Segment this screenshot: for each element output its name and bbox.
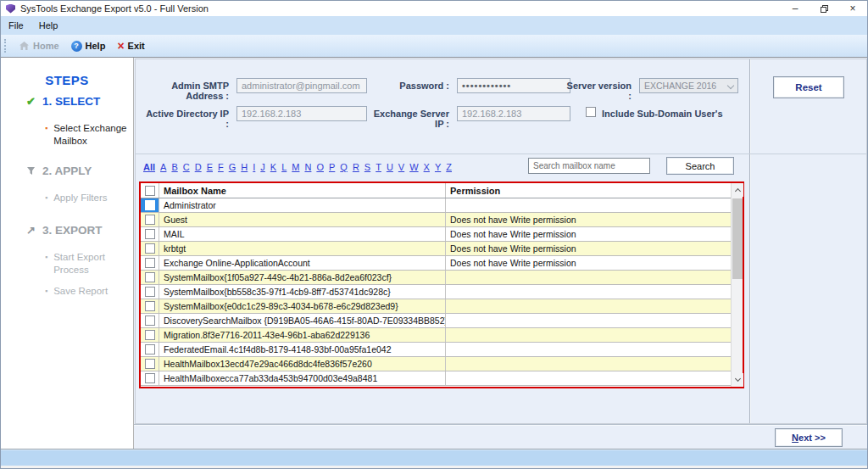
table-row[interactable]: krbtgtDoes not have Write permission (141, 242, 743, 256)
alphabet-link-all[interactable]: All (143, 162, 155, 172)
row-checkbox[interactable] (145, 344, 155, 355)
row-checkbox[interactable] (145, 373, 155, 383)
scroll-down-button[interactable] (732, 373, 743, 387)
mailbox-name-cell[interactable]: HealthMailboxecca77ab33da453b94700d03e49… (159, 371, 446, 385)
select-all-checkbox[interactable] (145, 186, 155, 196)
row-checkbox[interactable] (145, 200, 155, 210)
scroll-up-button[interactable] (732, 183, 743, 197)
alphabet-link-j[interactable]: J (260, 162, 265, 172)
table-row[interactable]: HealthMailbox13ecd47e29ac466d8dc4fe836f5… (141, 357, 743, 371)
permission-cell (446, 357, 731, 371)
export-arrow-icon: ↗ (26, 224, 36, 237)
mailbox-name-cell[interactable]: Exchange Online-ApplicationAccount (159, 256, 446, 270)
server-version-label: Server version : (566, 81, 632, 101)
subdomain-checkbox[interactable] (586, 107, 596, 117)
row-checkbox[interactable] (145, 301, 155, 311)
permission-header[interactable]: Permission (446, 183, 731, 198)
table-row[interactable]: SystemMailbox{1f05a927-449c-4b21-886a-8d… (141, 271, 743, 285)
table-scrollbar[interactable] (731, 183, 743, 387)
scrollbar-thumb[interactable] (732, 198, 743, 279)
sidebar-item-apply[interactable]: 2. APPLY (26, 165, 92, 177)
row-checkbox[interactable] (145, 315, 155, 326)
row-checkbox[interactable] (145, 229, 155, 239)
search-input[interactable] (528, 158, 650, 174)
mailbox-name-cell[interactable]: Migration.8f3e7716-2011-43e4-96b1-aba62d… (159, 328, 446, 342)
alphabet-link-k[interactable]: K (270, 162, 276, 172)
alphabet-link-o[interactable]: O (316, 162, 324, 172)
alphabet-link-h[interactable]: H (241, 162, 248, 172)
alphabet-link-c[interactable]: C (183, 162, 190, 172)
table-row[interactable]: DiscoverySearchMailbox {D919BA05-46A6-41… (141, 314, 743, 328)
table-row[interactable]: MAILDoes not have Write permission (141, 227, 743, 242)
mailbox-name-cell[interactable]: MAIL (159, 227, 446, 241)
alphabet-link-n[interactable]: N (304, 162, 311, 172)
alphabet-link-r[interactable]: R (353, 162, 359, 172)
reset-button[interactable]: Reset (773, 76, 844, 98)
alphabet-link-g[interactable]: G (229, 162, 236, 172)
row-checkbox[interactable] (145, 215, 155, 225)
alphabet-link-q[interactable]: Q (340, 162, 348, 172)
mailbox-name-cell[interactable]: SystemMailbox{bb558c35-97f1-4cb9-8ff7-d5… (159, 285, 446, 299)
alphabet-link-i[interactable]: I (253, 162, 255, 172)
alphabet-link-f[interactable]: F (218, 162, 224, 172)
sidebar-item-export[interactable]: ↗ 3. EXPORT (26, 224, 102, 237)
sidebar-item-select[interactable]: ✔ 1. SELECT (26, 95, 100, 108)
alphabet-link-p[interactable]: P (329, 162, 335, 172)
alphabet-link-m[interactable]: M (292, 162, 299, 172)
alphabet-link-b[interactable]: B (171, 162, 177, 172)
alphabet-link-y[interactable]: Y (435, 162, 441, 172)
table-row[interactable]: HealthMailboxecca77ab33da453b94700d03e49… (141, 371, 743, 386)
home-button[interactable]: Home (19, 41, 59, 51)
mailbox-name-cell[interactable]: HealthMailbox13ecd47e29ac466d8dc4fe836f5… (159, 357, 446, 371)
exit-button[interactable]: × Exit (117, 41, 144, 51)
mailbox-name-cell[interactable]: Guest (159, 213, 446, 226)
alphabet-link-v[interactable]: V (398, 162, 404, 172)
table-row[interactable]: SystemMailbox{e0dc1c29-89c3-4034-b678-e6… (141, 299, 743, 314)
alphabet-link-x[interactable]: X (424, 162, 430, 172)
sidebar-item-save-report[interactable]: ▪ Save Report (45, 285, 128, 298)
restore-button[interactable] (810, 1, 838, 16)
mailbox-name-cell[interactable]: SystemMailbox{e0dc1c29-89c3-4034-b678-e6… (159, 299, 446, 313)
alphabet-link-d[interactable]: D (195, 162, 202, 172)
table-row[interactable]: SystemMailbox{bb558c35-97f1-4cb9-8ff7-d5… (141, 285, 743, 299)
mailbox-name-cell[interactable]: FederatedEmail.4c1f4d8b-8179-4148-93bf-0… (159, 343, 446, 356)
mailbox-name-cell[interactable]: Administrator (159, 198, 446, 212)
mailbox-name-header[interactable]: Mailbox Name (159, 183, 446, 198)
menu-help[interactable]: Help (31, 17, 66, 34)
mailbox-name-cell[interactable]: SystemMailbox{1f05a927-449c-4b21-886a-8d… (159, 271, 446, 284)
alphabet-link-s[interactable]: S (364, 162, 370, 172)
close-button[interactable]: × (838, 1, 867, 16)
table-row[interactable]: GuestDoes not have Write permission (141, 213, 743, 227)
next-button[interactable]: Next >> (775, 428, 843, 447)
title-bar: SysTools Exchange Export v5.0 - Full Ver… (1, 1, 867, 16)
alphabet-link-z[interactable]: Z (446, 162, 452, 172)
alphabet-link-a[interactable]: A (160, 162, 166, 172)
table-row[interactable]: Administrator (141, 198, 743, 213)
minimize-button[interactable]: – (781, 1, 810, 16)
row-checkbox[interactable] (145, 272, 155, 282)
bullet-icon: ▪ (45, 285, 47, 298)
mailbox-name-cell[interactable]: krbtgt (159, 242, 446, 255)
server-version-dropdown[interactable]: EXCHANGE 2016 (639, 78, 738, 93)
alphabet-link-t[interactable]: T (376, 162, 381, 172)
sidebar-item-start-export[interactable]: ▪ Start Export Process (45, 251, 128, 276)
alphabet-link-l[interactable]: L (281, 162, 287, 172)
row-checkbox[interactable] (145, 287, 155, 297)
alphabet-link-e[interactable]: E (207, 162, 213, 172)
alphabet-link-w[interactable]: W (409, 162, 418, 172)
row-checkbox[interactable] (145, 243, 155, 254)
alphabet-link-u[interactable]: U (387, 162, 393, 172)
table-row[interactable]: Exchange Online-ApplicationAccountDoes n… (141, 256, 743, 271)
row-checkbox[interactable] (145, 258, 155, 268)
sidebar-item-select-exchange-mailbox[interactable]: ▪ Select Exchange Mailbox (45, 122, 128, 148)
permission-cell: Does not have Write permission (446, 227, 731, 241)
table-row[interactable]: Migration.8f3e7716-2011-43e4-96b1-aba62d… (141, 328, 743, 343)
search-button[interactable]: Search (666, 157, 734, 175)
row-checkbox[interactable] (145, 359, 155, 369)
menu-file[interactable]: File (1, 17, 31, 34)
help-button[interactable]: ? Help (71, 41, 106, 52)
mailbox-name-cell[interactable]: DiscoverySearchMailbox {D919BA05-46A6-41… (159, 314, 446, 327)
sidebar-item-apply-filters[interactable]: ▪ Apply Filters (45, 192, 128, 204)
table-row[interactable]: FederatedEmail.4c1f4d8b-8179-4148-93bf-0… (141, 343, 743, 357)
row-checkbox[interactable] (145, 330, 155, 340)
